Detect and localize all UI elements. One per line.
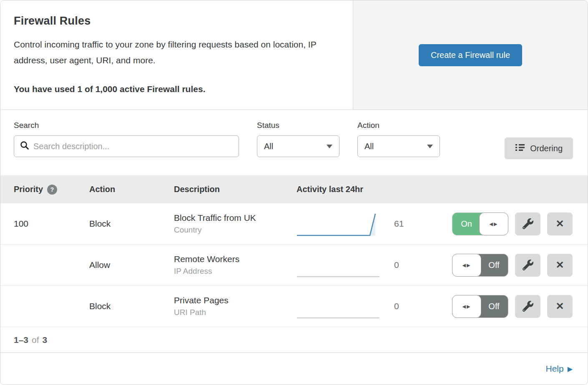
ordering-button[interactable]: Ordering [505,138,573,159]
rule-description-cell: Remote Workers IP Address [174,254,297,276]
rule-type: Country [174,225,297,235]
column-header-action: Action [89,185,174,194]
toggle-state-label: Off [480,254,508,276]
rule-priority: 100 [14,219,89,229]
filter-bar: Search Status All Action All [0,110,588,175]
search-icon [20,141,33,152]
status-selected-value: All [264,142,273,151]
ordered-list-icon [515,143,525,154]
rule-type: URI Path [174,308,297,317]
action-filter-group: Action All [357,121,440,157]
row-controls: On ◂▸ ✕ [452,212,588,235]
delete-rule-button[interactable]: ✕ [547,295,573,318]
help-link-label: Help [545,364,563,374]
activity-count: 61 [380,219,426,229]
left-right-arrows-icon: ◂▸ [452,254,481,277]
pagination-range: 1–3 [14,335,28,345]
question-mark-icon[interactable]: ? [47,185,57,195]
delete-rule-button[interactable]: ✕ [547,212,573,235]
status-select[interactable]: All [257,135,339,157]
wrench-icon [523,260,533,270]
page-title: Firewall Rules [14,15,336,28]
rule-type: IP Address [174,267,297,276]
wrench-icon [523,301,533,312]
priority-header-label: Priority [14,185,43,194]
firewall-rules-panel: Firewall Rules Control incoming traffic … [0,0,588,385]
status-filter-group: Status All [257,121,339,157]
row-controls: Off ◂▸ ✕ [452,295,588,318]
toggle-state-label: Off [480,295,508,318]
x-icon: ✕ [555,218,564,230]
row-controls: Off ◂▸ ✕ [452,254,588,277]
left-right-arrows-icon: ◂▸ [452,295,481,318]
rule-action: Allow [89,260,174,270]
column-header-activity: Activity last 24hr [297,185,430,194]
page-description: Control incoming traffic to your zone by… [14,37,335,68]
search-box [14,135,239,157]
rule-description: Block Traffic from UK [174,213,297,223]
pagination-bar: 1–3 of 3 [0,327,588,353]
help-bar: Help ▶ [0,353,588,385]
header-text-section: Firewall Rules Control incoming traffic … [0,0,353,110]
rule-description-cell: Block Traffic from UK Country [174,213,297,235]
pagination-of-label: of [32,335,39,345]
search-label: Search [14,121,239,130]
toggle-state-label: On [452,213,480,235]
activity-sparkline [297,293,380,319]
rule-enabled-toggle[interactable]: Off ◂▸ [452,295,508,318]
x-icon: ✕ [555,259,564,271]
status-label: Status [257,121,339,130]
rule-action: Block [89,301,174,311]
usage-note: You have used 1 of 1,000 active Firewall… [14,84,336,94]
table-row: 100 Block Block Traffic from UK Country … [0,203,588,245]
activity-count: 0 [380,301,426,311]
column-header-priority: Priority ? [14,185,89,195]
edit-rule-button[interactable] [515,254,540,277]
header-band: Firewall Rules Control incoming traffic … [0,0,588,110]
rule-enabled-toggle[interactable]: Off ◂▸ [452,254,508,277]
rule-description-cell: Private Pages URI Path [174,295,297,317]
rule-description: Private Pages [174,295,297,305]
chevron-down-icon [327,145,332,148]
right-triangle-icon: ▶ [568,365,573,373]
help-link[interactable]: Help ▶ [545,364,573,374]
pagination-total: 3 [43,335,48,345]
search-group: Search [14,121,239,157]
rule-action: Block [89,219,174,229]
left-right-arrows-icon: ◂▸ [479,212,508,235]
table-row: Allow Remote Workers IP Address 0 Off ◂▸ [0,245,588,286]
edit-rule-button[interactable] [515,295,540,318]
column-header-description: Description [174,185,297,194]
search-input[interactable] [33,142,233,151]
activity-sparkline [297,211,380,237]
table-header-row: Priority ? Action Description Activity l… [0,175,588,203]
activity-count: 0 [380,260,426,270]
ordering-button-label: Ordering [530,144,563,153]
edit-rule-button[interactable] [515,212,540,235]
x-icon: ✕ [555,300,564,312]
activity-sparkline [297,252,380,278]
wrench-icon [523,218,533,229]
action-selected-value: All [364,142,374,151]
firewall-rules-table: Priority ? Action Description Activity l… [0,175,588,327]
header-action-section: Create a Firewall rule [353,0,588,110]
create-firewall-rule-button[interactable]: Create a Firewall rule [419,44,522,66]
chevron-down-icon [427,145,433,148]
rule-description: Remote Workers [174,254,297,264]
action-select[interactable]: All [357,135,440,157]
table-row: Block Private Pages URI Path 0 Off ◂▸ [0,286,588,327]
rule-enabled-toggle[interactable]: On ◂▸ [452,212,508,235]
action-label: Action [357,121,440,130]
delete-rule-button[interactable]: ✕ [547,254,573,277]
